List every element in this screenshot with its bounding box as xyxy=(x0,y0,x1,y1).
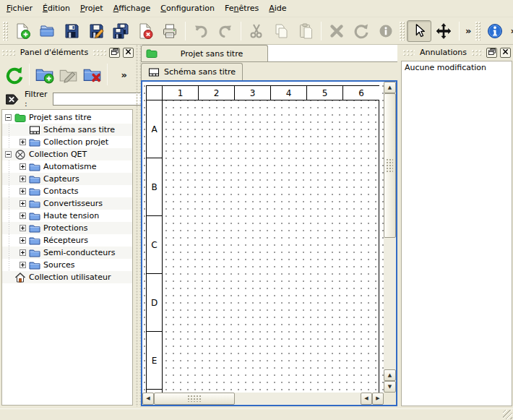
new-category-button[interactable] xyxy=(33,61,56,87)
tree-expander[interactable] xyxy=(20,163,26,170)
menu-affichage[interactable]: Affichage xyxy=(108,1,156,17)
menu-aide[interactable]: Aide xyxy=(264,1,291,17)
tree-expander[interactable] xyxy=(20,225,26,231)
tree-expander[interactable] xyxy=(20,262,26,268)
schema-canvas[interactable]: 123456 ABCDE xyxy=(142,82,384,393)
row-header-column: ABCDE xyxy=(147,100,163,393)
tree-expander[interactable] xyxy=(20,200,26,207)
toolbar-handle[interactable] xyxy=(475,22,481,40)
menu-fichier[interactable]: Fichier xyxy=(1,1,38,17)
tree-expander[interactable] xyxy=(20,188,26,194)
horizontal-scrollbar[interactable]: ◀ ◀ ▶ xyxy=(142,393,384,405)
collections-tree[interactable]: Projet sans titreSchéma sans titreCollec… xyxy=(1,109,133,406)
scroll-left-button-2[interactable]: ◀ xyxy=(361,393,372,405)
tree-expander[interactable] xyxy=(20,213,26,219)
undo-dock-titlebar[interactable]: Annulations xyxy=(401,45,513,59)
float-dock-button[interactable] xyxy=(109,48,120,58)
edit-category-button[interactable] xyxy=(56,61,80,87)
save-button[interactable] xyxy=(59,20,84,42)
new-file-button[interactable] xyxy=(10,20,35,42)
tree-expander[interactable] xyxy=(20,139,26,145)
paste-button[interactable] xyxy=(293,20,318,42)
tree-item-collection-projet[interactable]: Collection projet xyxy=(2,136,132,148)
tree-expander[interactable] xyxy=(20,237,26,244)
scroll-down-button[interactable]: ▼ xyxy=(384,381,396,393)
toolbar-overflow-button[interactable]: » xyxy=(462,25,474,36)
tree-item-contacts[interactable]: Contacts xyxy=(2,185,132,197)
delete-category-button[interactable] xyxy=(80,61,104,87)
tree-item-protections[interactable]: Protections xyxy=(2,222,132,234)
tab-project[interactable]: Projet sans titre xyxy=(141,45,268,61)
reload-collections-button[interactable] xyxy=(2,61,26,87)
tree-expander[interactable] xyxy=(20,176,26,182)
dock-splitter-left[interactable] xyxy=(136,45,141,407)
tree-item-haute-tension[interactable]: Haute tension xyxy=(2,210,132,222)
scroll-left-button[interactable]: ◀ xyxy=(142,393,154,405)
tree-item-collection-utilisateur[interactable]: Collection utilisateur xyxy=(2,271,132,283)
open-button[interactable] xyxy=(35,20,59,42)
dock-grip-texture xyxy=(93,50,106,56)
tree-expander[interactable] xyxy=(5,151,12,158)
schema-icon xyxy=(29,124,40,136)
toolbar-overflow-button[interactable]: » xyxy=(507,25,513,36)
redo-button[interactable] xyxy=(213,20,238,42)
float-dock-button[interactable] xyxy=(486,48,497,58)
tree-item-schema-sans-titre[interactable]: Schéma sans titre xyxy=(2,124,132,136)
menu-fenetres[interactable]: Fenêtres xyxy=(220,1,264,17)
toolbar-separator xyxy=(459,22,460,40)
toolbar-handle[interactable] xyxy=(3,22,9,40)
tree-item-semi-conducteurs[interactable]: Semi-conducteurs xyxy=(2,247,132,259)
tree-expander[interactable] xyxy=(20,249,26,256)
tree-item-recepteurs[interactable]: Récepteurs xyxy=(2,234,132,247)
menu-projet[interactable]: Projet xyxy=(75,1,108,17)
column-header-3: 3 xyxy=(235,86,271,100)
vertical-scroll-thumb[interactable] xyxy=(384,93,396,238)
tree-item-sources[interactable]: Sources xyxy=(2,259,132,271)
scroll-up-button-2[interactable]: ▲ xyxy=(384,369,396,381)
print-button[interactable] xyxy=(158,20,182,42)
close-dock-button[interactable] xyxy=(500,48,511,58)
vertical-scrollbar[interactable]: ▲ ▲ ▼ xyxy=(384,82,396,393)
undo-history-list[interactable]: Aucune modification xyxy=(401,61,512,406)
scroll-up-button[interactable]: ▲ xyxy=(384,82,396,93)
pan-mode-button[interactable] xyxy=(431,20,456,42)
element-info-button[interactable] xyxy=(374,20,398,42)
save-as-button[interactable] xyxy=(84,20,108,42)
delete-button[interactable] xyxy=(324,20,349,42)
horizontal-scroll-thumb[interactable] xyxy=(154,393,235,405)
close-icon xyxy=(125,48,132,57)
tree-item-capteurs[interactable]: Capteurs xyxy=(2,173,132,185)
window-resize-grip[interactable] xyxy=(503,410,512,419)
cut-button[interactable] xyxy=(244,20,269,42)
horizontal-scroll-track[interactable] xyxy=(235,393,361,405)
rotate-button[interactable] xyxy=(349,20,374,42)
schema-tab-bar: Schéma sans titre xyxy=(141,62,397,80)
tab-schema[interactable]: Schéma sans titre xyxy=(141,63,243,80)
tree-item-projet-sans-titre[interactable]: Projet sans titre xyxy=(2,111,132,124)
tree-item-convertisseurs[interactable]: Convertisseurs xyxy=(2,197,132,210)
main-toolbar: »» xyxy=(0,17,513,45)
tree-guide xyxy=(5,136,17,148)
copy-button[interactable] xyxy=(269,20,293,42)
tree-item-collection-qet[interactable]: Collection QET xyxy=(2,148,132,160)
information-button[interactable] xyxy=(483,20,507,42)
close-dock-button[interactable] xyxy=(123,48,134,58)
vertical-scroll-track[interactable] xyxy=(384,238,396,369)
close-file-button[interactable] xyxy=(133,20,158,42)
close-icon xyxy=(502,48,509,57)
clear-filter-icon[interactable] xyxy=(4,92,20,107)
menu-edition[interactable]: Édition xyxy=(38,1,75,17)
tree-item-automatisme[interactable]: Automatisme xyxy=(2,160,132,173)
panel-overflow-button[interactable]: » xyxy=(118,69,130,80)
toolbar-handle[interactable] xyxy=(400,22,405,40)
scroll-right-button[interactable]: ▶ xyxy=(372,393,384,405)
column-header-4: 4 xyxy=(271,86,307,100)
undo-button[interactable] xyxy=(189,20,213,42)
status-bar xyxy=(0,408,513,420)
undo-list-item[interactable]: Aucune modification xyxy=(405,62,509,74)
tree-expander[interactable] xyxy=(5,114,12,121)
menu-configuration[interactable]: Configuration xyxy=(155,1,220,17)
select-mode-button[interactable] xyxy=(407,20,431,42)
save-all-button[interactable] xyxy=(108,20,133,42)
elements-panel-titlebar[interactable]: Panel d'éléments xyxy=(0,45,136,59)
